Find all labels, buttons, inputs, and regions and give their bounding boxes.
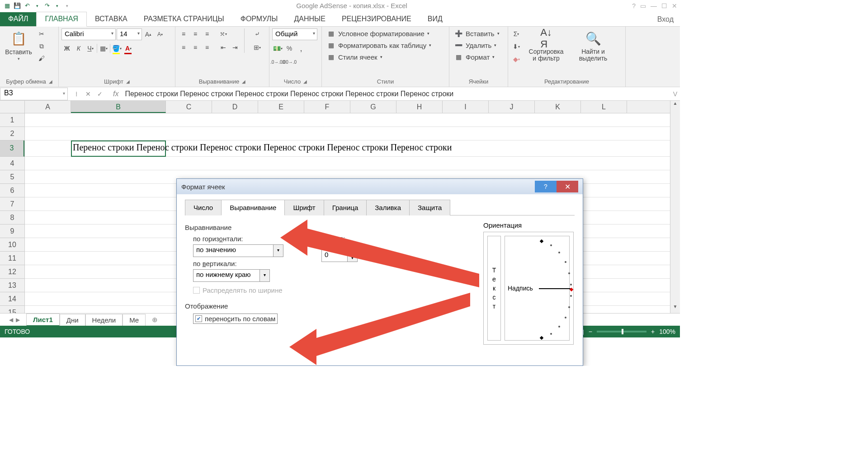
decrease-indent-icon[interactable]: ⇤ xyxy=(218,42,229,53)
tab-formulas[interactable]: ФОРМУЛЫ xyxy=(232,12,286,26)
redo-icon[interactable]: ↷ xyxy=(42,1,52,10)
row-header[interactable]: 4 xyxy=(0,157,24,170)
col-header[interactable]: J xyxy=(489,101,535,113)
row-header[interactable]: 12 xyxy=(0,265,24,279)
font-name-select[interactable]: Calibri▾ xyxy=(61,28,116,40)
zoom-slider[interactable] xyxy=(597,331,646,332)
row-header[interactable]: 15 xyxy=(0,306,24,313)
dialog-launcher-icon[interactable]: ◢ xyxy=(303,79,307,84)
dialog-help-button[interactable]: ? xyxy=(535,181,557,192)
zoom-out-icon[interactable]: − xyxy=(589,328,592,335)
row-header[interactable]: 8 xyxy=(0,211,24,225)
dialog-launcher-icon[interactable]: ◢ xyxy=(49,79,52,84)
row-header[interactable]: 10 xyxy=(0,238,24,252)
spin-down-icon[interactable]: ▼ xyxy=(348,256,357,262)
sheet-tab[interactable]: Дни xyxy=(60,314,85,326)
tab-home[interactable]: ГЛАВНАЯ xyxy=(36,12,86,27)
borders-icon[interactable]: ▦▾ xyxy=(98,43,109,54)
dialog-tab-number[interactable]: Число xyxy=(185,200,222,215)
increase-font-icon[interactable]: A▴ xyxy=(143,29,154,40)
sort-filter-button[interactable]: A↓Я Сортировка и фильтр xyxy=(524,28,569,63)
dialog-launcher-icon[interactable]: ◢ xyxy=(126,79,130,84)
col-header[interactable]: K xyxy=(535,101,581,113)
sheet-nav-prev-icon[interactable]: ◀ xyxy=(9,317,13,323)
dropdown-icon[interactable]: ▾ xyxy=(33,1,42,10)
col-header[interactable]: E xyxy=(258,101,304,113)
zoom-level[interactable]: 100% xyxy=(659,328,675,335)
font-color-icon[interactable]: А▾ xyxy=(123,43,134,54)
dialog-tab-font[interactable]: Шрифт xyxy=(284,200,324,215)
fill-icon[interactable]: ⬇▾ xyxy=(511,41,522,52)
dialog-launcher-icon[interactable]: ◢ xyxy=(242,79,245,84)
dialog-tab-border[interactable]: Граница xyxy=(324,200,367,215)
dialog-close-button[interactable]: ✕ xyxy=(557,181,578,192)
tab-data[interactable]: ДАННЫЕ xyxy=(286,12,333,26)
dropdown-icon[interactable]: ▾ xyxy=(52,1,61,10)
orientation-dial[interactable]: Надпись xyxy=(505,236,570,341)
dialog-tab-protection[interactable]: Защита xyxy=(409,200,450,215)
formula-content[interactable]: Перенос строки Перенос строки Перенос ст… xyxy=(123,90,670,98)
name-box[interactable]: B3▾ xyxy=(0,88,68,100)
minimize-icon[interactable]: — xyxy=(651,2,657,9)
select-all-corner[interactable] xyxy=(0,101,25,113)
format-as-table-button[interactable]: ▦Форматировать как таблицу ▾ xyxy=(325,40,433,50)
signin-link[interactable]: Вход xyxy=(651,13,680,26)
cut-icon[interactable]: ✂ xyxy=(36,28,47,39)
fb-expand-icon[interactable]: ⋁ xyxy=(670,91,680,97)
wrap-text-checkbox[interactable]: ✔ переносить по словам xyxy=(193,314,278,324)
qat-customize-icon[interactable]: ▾ xyxy=(62,1,71,10)
tab-view[interactable]: ВИД xyxy=(420,12,451,26)
ribbon-display-icon[interactable]: ▭ xyxy=(640,2,646,9)
horizontal-align-select[interactable]: по значению▾ xyxy=(193,244,283,257)
bold-button[interactable]: Ж xyxy=(61,43,72,54)
scroll-down-icon[interactable]: ▼ xyxy=(670,304,680,313)
orientation-vertical-text[interactable]: Текст xyxy=(487,236,501,341)
align-center-icon[interactable]: ≡ xyxy=(190,42,201,53)
add-sheet-button[interactable]: ⊕ xyxy=(146,314,164,326)
row-header[interactable]: 11 xyxy=(0,252,24,265)
format-painter-icon[interactable]: 🖌 xyxy=(36,53,47,64)
row-header[interactable]: 7 xyxy=(0,197,24,211)
sheet-nav-next-icon[interactable]: ▶ xyxy=(16,317,20,323)
currency-icon[interactable]: 💵▾ xyxy=(272,43,283,54)
col-header[interactable]: B xyxy=(71,101,166,113)
align-middle-icon[interactable]: ≡ xyxy=(190,28,201,39)
italic-button[interactable]: К xyxy=(73,43,84,54)
col-header[interactable]: H xyxy=(396,101,443,113)
col-header[interactable]: I xyxy=(443,101,489,113)
clear-icon[interactable]: ◆▾ xyxy=(511,54,522,65)
merge-cells-icon[interactable]: ⊞▾ xyxy=(248,42,266,53)
decrease-font-icon[interactable]: A▾ xyxy=(155,29,165,40)
row-header[interactable]: 9 xyxy=(0,225,24,238)
scroll-up-icon[interactable]: ▲ xyxy=(670,101,680,110)
row-header[interactable]: 5 xyxy=(0,170,24,184)
fb-enter-icon[interactable]: ✓ xyxy=(95,90,105,98)
col-header[interactable]: G xyxy=(350,101,396,113)
fx-icon[interactable]: fx xyxy=(113,90,118,98)
vertical-align-select[interactable]: по нижнему краю▾ xyxy=(193,269,270,282)
decrease-decimal-icon[interactable]: .00→.0 xyxy=(284,56,295,67)
col-header[interactable]: L xyxy=(581,101,627,113)
tab-pagelayout[interactable]: РАЗМЕТКА СТРАНИЦЫ xyxy=(136,12,232,26)
zoom-in-icon[interactable]: + xyxy=(651,328,655,335)
comma-icon[interactable]: , xyxy=(296,43,307,54)
maximize-icon[interactable]: ☐ xyxy=(661,2,667,9)
percent-icon[interactable]: % xyxy=(284,43,295,54)
row-header[interactable]: 3 xyxy=(0,140,24,157)
tab-review[interactable]: РЕЦЕНЗИРОВАНИЕ xyxy=(334,12,420,26)
align-bottom-icon[interactable]: ≡ xyxy=(202,28,212,39)
spin-up-icon[interactable]: ▲ xyxy=(348,250,357,256)
paste-button[interactable]: 📋 Вставить ▾ xyxy=(3,28,34,62)
close-icon[interactable]: ✕ xyxy=(672,2,677,9)
number-format-select[interactable]: Общий▾ xyxy=(272,28,317,40)
row-header[interactable]: 1 xyxy=(0,113,24,127)
col-header[interactable]: F xyxy=(304,101,350,113)
find-select-button[interactable]: 🔍 Найти и выделить xyxy=(571,28,616,63)
vertical-scrollbar[interactable]: ▲ ▼ xyxy=(670,101,680,313)
tab-file[interactable]: ФАЙЛ xyxy=(0,12,36,26)
dialog-tab-fill[interactable]: Заливка xyxy=(366,200,410,215)
cell-B3[interactable]: Перенос строки Перенос строки Перенос ст… xyxy=(73,142,452,153)
save-icon[interactable]: 💾 xyxy=(13,1,22,10)
row-header[interactable]: 2 xyxy=(0,127,24,140)
fill-color-icon[interactable]: 🪣▾ xyxy=(111,43,122,54)
